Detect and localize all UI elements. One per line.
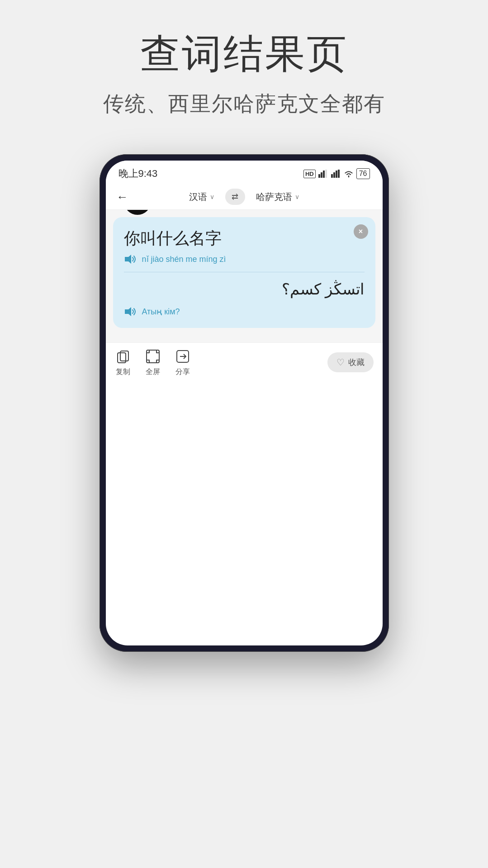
card-divider [124, 272, 365, 272]
svg-rect-0 [318, 174, 320, 178]
latin-kazakh-text: Атың кім? [142, 307, 180, 317]
bottom-toolbar: 复制 全屏 [106, 342, 383, 382]
share-icon [175, 348, 191, 365]
page-title: 查词结果页 [140, 27, 348, 81]
svg-rect-4 [331, 174, 333, 178]
latin-row: Атың кім? [124, 306, 365, 317]
copy-icon [115, 348, 131, 365]
close-button[interactable]: × [354, 224, 368, 239]
svg-rect-5 [333, 172, 335, 178]
svg-rect-7 [338, 170, 340, 178]
pinyin-row: nǐ jiào shén me míng zì [124, 254, 365, 265]
svg-rect-2 [323, 171, 325, 178]
target-language[interactable]: 哈萨克语 ∨ [256, 191, 299, 203]
fullscreen-label: 全屏 [146, 367, 160, 377]
status-time: 晚上9:43 [118, 167, 158, 180]
source-lang-chevron: ∨ [210, 193, 214, 200]
favorite-label: 收藏 [348, 357, 365, 368]
fullscreen-icon [145, 348, 161, 365]
target-lang-chevron: ∨ [295, 193, 299, 200]
favorite-button[interactable]: ♡ 收藏 [327, 352, 374, 372]
source-text: 你叫什么名字 [124, 228, 365, 249]
svg-marker-9 [125, 307, 131, 316]
heart-icon: ♡ [336, 357, 345, 368]
nav-bar: ← 汉语 ∨ ⇄ 哈萨克语 ∨ [106, 184, 383, 210]
source-language[interactable]: 汉语 ∨ [189, 191, 214, 203]
page-subtitle: 传统、西里尔哈萨克文全都有 [103, 90, 385, 118]
pinyin-text: nǐ jiào shén me míng zì [142, 254, 226, 264]
tool-group: 复制 全屏 [115, 348, 327, 377]
signal-icon-2 [331, 170, 341, 178]
svg-marker-8 [125, 255, 131, 264]
back-button[interactable]: ← [117, 190, 128, 204]
source-sound-icon[interactable] [124, 254, 137, 265]
share-tool[interactable]: 分享 [175, 348, 191, 377]
svg-rect-3 [325, 170, 327, 178]
swap-languages-button[interactable]: ⇄ [225, 189, 245, 205]
phone-screen: 晚上9:43 HD [106, 161, 383, 645]
status-bar: 晚上9:43 HD [106, 161, 383, 184]
copy-label: 复制 [116, 367, 130, 377]
phone-frame: 晚上9:43 HD [99, 154, 389, 652]
copy-tool[interactable]: 复制 [115, 348, 131, 377]
hd-badge-1: HD [303, 170, 316, 178]
wifi-icon [344, 170, 354, 178]
language-selector: 汉语 ∨ ⇄ 哈萨克语 ∨ [189, 189, 299, 205]
svg-rect-12 [147, 350, 159, 363]
share-label: 分享 [175, 367, 190, 377]
fullscreen-tool[interactable]: 全屏 [145, 348, 161, 377]
arabic-kazakh-text: اتسڭز كسم؟ [124, 278, 365, 301]
svg-rect-6 [336, 171, 337, 178]
svg-rect-1 [321, 172, 322, 178]
translation-card: × 你叫什么名字 nǐ jiào shén me míng zì [113, 217, 375, 328]
battery-indicator: 76 [356, 168, 370, 179]
content-area: × 你叫什么名字 nǐ jiào shén me míng zì [106, 210, 383, 342]
target-sound-icon[interactable] [124, 306, 137, 317]
status-icons: HD [303, 168, 370, 179]
signal-icon [318, 170, 328, 178]
